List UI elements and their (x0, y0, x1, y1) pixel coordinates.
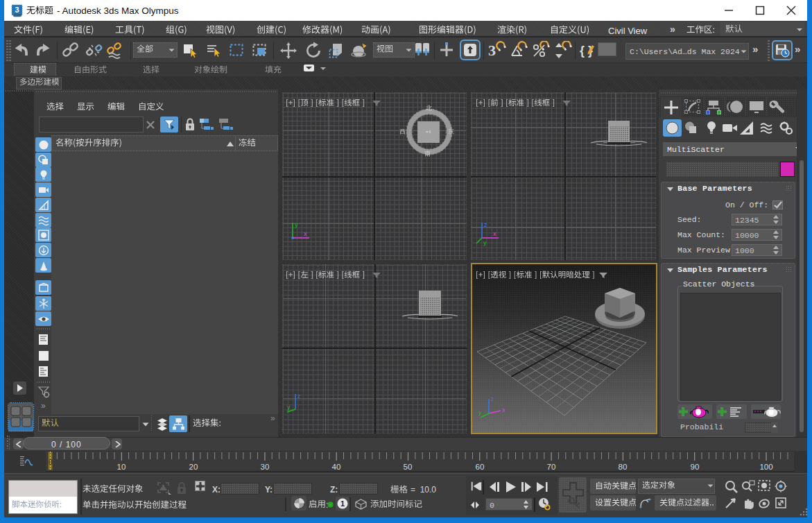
svg-text:z: z (297, 393, 301, 400)
svg-text:y: y (295, 221, 298, 228)
svg-text:100: 100 (759, 463, 772, 471)
svg-text:3: 3 (488, 42, 496, 59)
svg-text:10: 10 (117, 463, 126, 471)
svg-text:z: z (484, 221, 487, 228)
svg-text:30: 30 (261, 463, 270, 471)
svg-text:90: 90 (691, 463, 700, 471)
svg-text:{: { (580, 44, 585, 58)
svg-text:3: 3 (15, 6, 19, 14)
svg-text:z: z (491, 395, 494, 402)
svg-text:x: x (493, 230, 496, 237)
svg-text:50: 50 (404, 463, 413, 471)
svg-text:y: y (478, 409, 482, 416)
svg-text:70: 70 (547, 463, 556, 471)
svg-text:x: x (304, 230, 307, 237)
svg-text:1: 1 (340, 499, 345, 508)
svg-text:y: y (287, 404, 291, 411)
svg-text:y: y (483, 239, 487, 246)
svg-text:80: 80 (619, 463, 628, 471)
svg-text:x: x (502, 406, 506, 413)
svg-text:60: 60 (476, 463, 485, 471)
svg-text:40: 40 (332, 463, 341, 471)
svg-text:20: 20 (189, 463, 198, 471)
